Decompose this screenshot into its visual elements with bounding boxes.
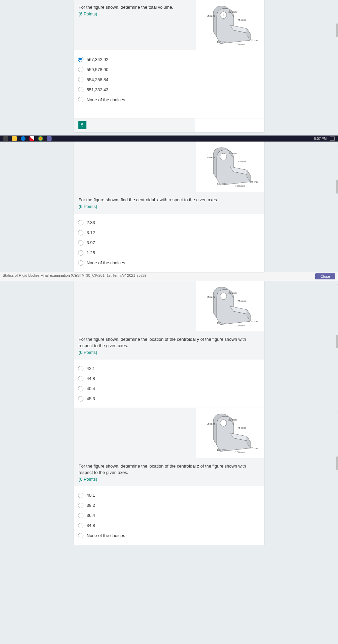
option-2[interactable]: 3.12	[77, 228, 262, 238]
option-3[interactable]: 3.97	[77, 238, 262, 248]
edge-icon[interactable]	[21, 136, 25, 141]
svg-text:25 mm: 25 mm	[207, 156, 215, 159]
teams-icon[interactable]	[47, 136, 52, 141]
radio-icon	[78, 533, 83, 538]
radio-icon	[78, 513, 83, 518]
radio-icon	[78, 260, 83, 266]
question-prompt: For the figure shown, determine the loca…	[79, 463, 260, 476]
radio-icon	[78, 396, 83, 401]
question-figure: 25 mm 20 mm 75 mm 120 mm 100 mm 25 mm	[196, 0, 264, 50]
radio-icon	[78, 386, 83, 391]
dim-25mm-left: 25 mm	[207, 14, 215, 17]
svg-point-3	[220, 153, 227, 160]
question-figure: 25 mm 20 mm 75 mm 120 mm 100 mm 25 mm	[196, 408, 264, 458]
svg-text:120 mm: 120 mm	[217, 448, 226, 451]
radio-icon	[78, 493, 83, 498]
close-button[interactable]: Close	[315, 273, 335, 279]
dim-20mm: 20 mm	[228, 10, 237, 13]
dim-75mm: 75 mm	[238, 18, 246, 21]
scrollbar-thumb[interactable]	[336, 23, 338, 37]
option-4[interactable]: 45.3	[77, 394, 262, 404]
option-3[interactable]: 554,258.84	[77, 74, 262, 85]
question-points: (6 Points)	[79, 11, 191, 16]
dim-100mm: 100 mm	[235, 43, 245, 46]
option-5[interactable]: None of the choices	[77, 531, 262, 541]
question-prompt: For the figure shown, find the centroida…	[79, 197, 260, 203]
svg-text:75 mm: 75 mm	[238, 160, 246, 163]
svg-text:25 mm: 25 mm	[207, 422, 215, 425]
option-label: 551,332.43	[87, 87, 109, 92]
chrome-icon[interactable]	[38, 136, 43, 141]
option-2[interactable]: 559,578.90	[77, 64, 262, 74]
option-4[interactable]: 551,332.43	[77, 85, 262, 95]
taskbar: 5:07 PM	[0, 136, 338, 142]
question-card: For the figure shown, determine the tota…	[74, 0, 264, 50]
scrollbar-thumb[interactable]	[336, 457, 338, 470]
options-list: 2.33 3.12 3.97 1.25 None of the choices	[74, 214, 264, 272]
option-1[interactable]: 40.1	[77, 490, 262, 500]
radio-icon	[78, 220, 83, 225]
svg-text:75 mm: 75 mm	[238, 426, 246, 429]
radio-icon	[78, 77, 83, 82]
svg-point-17	[220, 420, 227, 426]
scroll-up-arrow[interactable]: ▲	[336, 142, 338, 147]
form-header: Statics of Rigid Bodies Final Examinatio…	[0, 272, 338, 281]
option-3[interactable]: 40.4	[77, 384, 262, 394]
scrollbar-thumb[interactable]	[336, 335, 338, 348]
radio-icon	[78, 67, 83, 72]
option-2[interactable]: 44.8	[77, 374, 262, 384]
options-list: 42.1 44.8 40.4 45.3	[74, 360, 264, 408]
svg-text:20 mm: 20 mm	[228, 291, 237, 294]
option-3[interactable]: 36.4	[77, 511, 262, 521]
radio-icon	[78, 250, 83, 256]
question-number-badge: 5	[78, 121, 86, 129]
svg-text:100 mm: 100 mm	[235, 184, 245, 187]
option-5[interactable]: None of the choices	[77, 95, 262, 105]
start-icon[interactable]	[3, 136, 8, 141]
option-label: 554,258.84	[87, 77, 109, 82]
option-2[interactable]: 38.2	[77, 500, 262, 511]
radio-icon	[78, 230, 83, 235]
clock: 5:07 PM	[314, 137, 327, 141]
notifications-icon[interactable]	[330, 137, 335, 141]
scroll-down-arrow[interactable]: ▼	[336, 539, 338, 544]
question-prompt: For the figure shown, determine the tota…	[79, 4, 191, 11]
option-label: 567,342.92	[87, 57, 109, 62]
radio-icon	[78, 87, 83, 92]
radio-icon	[78, 503, 83, 508]
app-icon[interactable]	[29, 136, 34, 141]
question-points: (6 Points)	[79, 204, 260, 209]
option-5[interactable]: None of the choices	[77, 258, 262, 268]
radio-icon	[78, 523, 83, 528]
options-list: 40.1 38.2 36.4 34.8 None of the choices	[74, 486, 264, 545]
option-1[interactable]: 2.33	[77, 218, 262, 228]
radio-icon	[78, 97, 83, 102]
option-label: 559,578.90	[87, 67, 109, 72]
question-points: (6 Points)	[79, 350, 260, 355]
option-label: None of the choices	[87, 97, 125, 102]
svg-text:100 mm: 100 mm	[235, 324, 245, 327]
options-list: 567,342.92 559,578.90 554,258.84 551,332…	[74, 50, 264, 109]
question-prompt: For the figure shown, determine the loca…	[79, 336, 260, 349]
scroll-up-arrow[interactable]: ▲	[336, 409, 338, 413]
radio-icon	[78, 57, 83, 62]
question-points: (6 Points)	[79, 477, 260, 482]
question-figure: 25 mm 20 mm 75 mm 120 mm 100 mm 25 mm	[196, 142, 264, 192]
option-1[interactable]: 567,342.92	[77, 54, 262, 64]
svg-text:25 mm: 25 mm	[250, 320, 259, 323]
folder-icon[interactable]	[12, 136, 17, 141]
svg-text:20 mm: 20 mm	[228, 418, 237, 421]
scroll-up-arrow[interactable]: ▲	[336, 282, 338, 286]
svg-text:120 mm: 120 mm	[217, 182, 226, 185]
form-title: Statics of Rigid Bodies Final Examinatio…	[3, 273, 146, 279]
svg-text:25 mm: 25 mm	[250, 180, 259, 183]
svg-text:25 mm: 25 mm	[207, 296, 215, 299]
option-1[interactable]: 42.1	[77, 364, 262, 374]
svg-point-10	[220, 293, 227, 300]
radio-icon	[78, 366, 83, 371]
option-4[interactable]: 1.25	[77, 248, 262, 258]
scrollbar-thumb[interactable]	[336, 180, 338, 194]
svg-text:75 mm: 75 mm	[238, 300, 246, 303]
svg-text:20 mm: 20 mm	[228, 152, 237, 155]
option-4[interactable]: 34.8	[77, 521, 262, 531]
